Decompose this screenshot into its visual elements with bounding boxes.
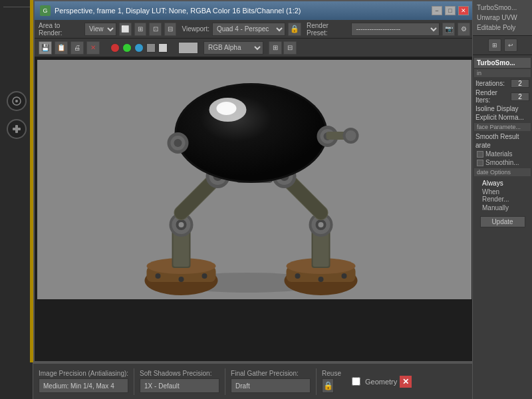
lock-icon[interactable]: 🔒	[322, 378, 334, 393]
area-icon-1[interactable]: ⬜	[119, 23, 132, 36]
arate-label: arate	[475, 142, 529, 149]
menu-item-unwrap[interactable]: Unwrap UVW	[474, 13, 531, 23]
precision-label: Image Precision (Antialiasing):	[39, 370, 128, 377]
white-channel-btn[interactable]	[158, 43, 168, 53]
channel-select[interactable]: RGB Alpha	[203, 41, 263, 55]
render-preset-label: Render Preset:	[307, 22, 349, 37]
color-swatch	[178, 42, 198, 54]
isoline-label: Isoline Display	[475, 105, 529, 112]
svg-point-42	[177, 85, 326, 181]
robot-svg	[37, 60, 471, 299]
right-icon-2[interactable]: ↩	[504, 39, 517, 52]
render-canvas	[37, 60, 471, 299]
svg-point-53	[346, 130, 356, 141]
update-button[interactable]: Update	[480, 216, 525, 227]
right-panel: TurboSmoo... Unwrap UVW Editable Poly ⊞ …	[472, 0, 532, 399]
viewport-group: Viewport: Quad 4 - Perspec 🔒	[182, 23, 301, 36]
view-mode-1[interactable]: ⊞	[269, 41, 282, 55]
shadows-field: Soft Shadows Precision: 1X - Default	[140, 370, 219, 393]
area-select[interactable]: View	[84, 23, 116, 36]
right-panel-top: TurboSmoo... Unwrap UVW Editable Poly	[473, 0, 532, 36]
materials-checkbox[interactable]	[477, 151, 483, 158]
render-iters-label: Render Iters:	[475, 89, 511, 104]
status-bar: Image Precision (Antialiasing): Medium: …	[33, 362, 475, 399]
svg-point-16	[342, 273, 347, 279]
copy-btn[interactable]: 📋	[55, 41, 68, 55]
manually-option[interactable]: Manually	[477, 203, 528, 212]
reuse-label: Reuse	[322, 370, 341, 377]
render-title: G Perspective, frame 1, Display LUT: Non…	[40, 5, 301, 16]
iterations-input[interactable]	[511, 79, 529, 88]
area-label: Area to Render:	[39, 22, 82, 37]
green-channel-btn[interactable]	[122, 43, 132, 53]
delete-btn[interactable]: ✕	[86, 41, 100, 55]
smoothing-row: Smoothin...	[474, 158, 531, 167]
view-mode-2[interactable]: ⊟	[283, 41, 297, 55]
explicit-row: Explicit Norma...	[474, 113, 531, 122]
left-icon-1[interactable]	[7, 91, 27, 111]
always-option[interactable]: Always	[477, 179, 528, 188]
smooth-result-label: Smooth Result	[475, 133, 529, 140]
divider-2	[225, 368, 225, 395]
materials-label: Materials	[485, 150, 513, 158]
right-icon-1[interactable]: ⊞	[488, 39, 501, 52]
shadows-value: 1X - Default	[140, 378, 219, 393]
when-rendered-option[interactable]: When Render...	[477, 188, 528, 203]
svg-point-10	[202, 273, 207, 279]
section-face-params: face Paramete...	[474, 123, 531, 131]
menu-item-editable-poly[interactable]: Editable Poly	[474, 23, 531, 33]
left-icon-2[interactable]	[7, 119, 27, 139]
divider-3	[316, 368, 317, 395]
viewport-select[interactable]: Quad 4 - Perspec	[212, 23, 285, 36]
render-preset-select[interactable]: --------------------	[351, 23, 440, 36]
render-iters-input[interactable]	[511, 92, 529, 101]
geometry-checkbox[interactable]	[352, 377, 360, 386]
precision-field: Image Precision (Antialiasing): Medium: …	[39, 370, 128, 393]
lock-viewport-btn[interactable]: 🔒	[288, 23, 301, 36]
print-btn[interactable]: 🖨	[70, 41, 84, 55]
right-icon-row: ⊞ ↩	[473, 36, 532, 55]
svg-point-29	[319, 222, 324, 227]
left-side-icons	[0, 0, 33, 139]
close-button[interactable]: ✕	[458, 6, 469, 15]
svg-point-15	[295, 273, 301, 279]
gather-value: Draft	[231, 378, 311, 393]
svg-point-1	[15, 100, 18, 102]
save-btn[interactable]: 💾	[39, 41, 52, 55]
explicit-label: Explicit Norma...	[475, 114, 529, 121]
section-in: in	[474, 69, 531, 77]
red-channel-btn[interactable]	[110, 43, 120, 53]
smooth-result-row: Smooth Result	[474, 132, 531, 141]
geometry-label: Geometry	[365, 378, 397, 386]
props-title: TurboSmo...	[474, 58, 531, 68]
update-options: Always When Render... Manually	[474, 178, 531, 213]
svg-point-9	[156, 273, 161, 279]
svg-rect-3	[15, 125, 18, 133]
gather-label: Final Gather Precision:	[231, 370, 311, 377]
arate-row: arate	[474, 141, 531, 150]
maximize-button[interactable]: □	[445, 6, 456, 15]
area-icon-4[interactable]: ⊟	[164, 23, 177, 36]
smoothing-checkbox[interactable]	[477, 160, 483, 166]
divider-1	[134, 368, 134, 395]
close-x-btn[interactable]: ✕	[400, 376, 412, 388]
iterations-row: Iterations:	[474, 78, 531, 88]
toolbar-row-2: 💾 📋 🖨 ✕ RGB Alpha ⊞ ⊟	[35, 39, 474, 57]
minimize-button[interactable]: −	[432, 6, 442, 15]
svg-point-25	[179, 222, 184, 227]
area-icon-2[interactable]: ⊞	[134, 23, 147, 36]
iterations-label: Iterations:	[475, 80, 511, 87]
reuse-field: Reuse 🔒	[322, 370, 341, 393]
menu-item-turbosmooth[interactable]: TurboSmoo...	[474, 3, 531, 13]
toolbar-row-1: Area to Render: View ⬜ ⊞ ⊡ ⊟ Viewport: Q…	[35, 20, 474, 39]
area-icon-3[interactable]: ⊡	[149, 23, 162, 36]
blue-channel-btn[interactable]	[134, 43, 144, 53]
precision-value: Medium: Min 1/4, Max 4	[39, 378, 128, 393]
alpha-channel-btn[interactable]	[146, 43, 156, 53]
materials-row: Materials	[474, 150, 531, 158]
render-preset-group: Render Preset: -------------------- 📷 ⚙	[307, 22, 470, 37]
render-preset-icon-1[interactable]: 📷	[442, 23, 455, 36]
window-controls: − □ ✕	[432, 6, 469, 15]
render-preset-icon-2[interactable]: ⚙	[458, 23, 470, 36]
render-window: G Perspective, frame 1, Display LUT: Non…	[33, 0, 475, 362]
